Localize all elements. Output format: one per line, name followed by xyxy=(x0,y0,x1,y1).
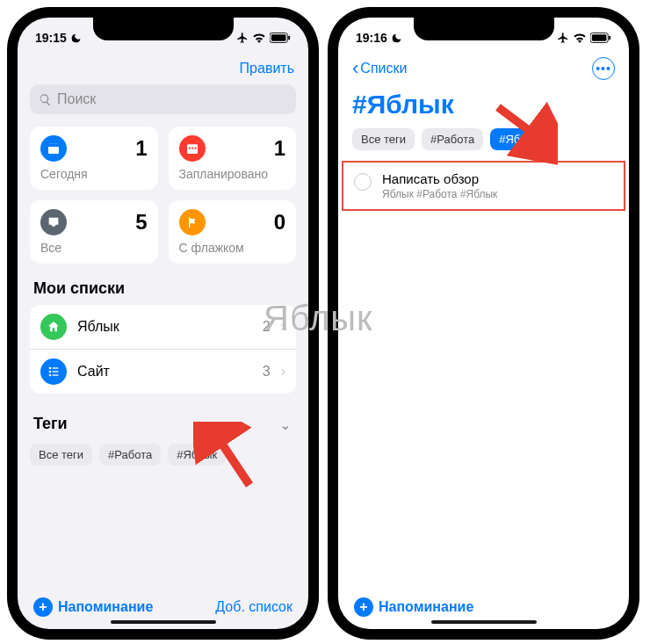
notch xyxy=(414,18,554,40)
svg-point-11 xyxy=(49,371,52,373)
search-input[interactable]: Поиск xyxy=(30,84,296,114)
phone-mockup-left: 19:15 Править Поиск xyxy=(7,7,319,640)
house-icon xyxy=(40,314,67,340)
svg-rect-17 xyxy=(592,34,607,40)
ellipsis-icon: ••• xyxy=(596,62,611,76)
svg-point-13 xyxy=(49,374,52,377)
mylists-title: Мои списки xyxy=(33,279,292,298)
svg-rect-6 xyxy=(189,148,191,149)
svg-rect-12 xyxy=(53,371,59,372)
flag-icon xyxy=(179,209,206,235)
card-today[interactable]: 1 Сегодня xyxy=(30,127,158,190)
card-label: Сегодня xyxy=(40,167,148,181)
list-count: 2 xyxy=(263,319,271,335)
task-checkbox[interactable] xyxy=(354,173,372,191)
task-row[interactable]: Написать обзор Яблык #Работа #Яблык xyxy=(342,161,625,211)
tags-title: Теги xyxy=(33,415,68,433)
add-list-button[interactable]: Доб. список xyxy=(215,599,292,615)
card-label: Все xyxy=(40,241,148,255)
list-row-site[interactable]: Сайт 3 › xyxy=(30,350,296,394)
more-options-button[interactable]: ••• xyxy=(592,57,615,80)
list-bullet-icon xyxy=(40,358,67,385)
tag-chip-all[interactable]: Все теги xyxy=(352,128,415,150)
wifi-icon xyxy=(573,33,587,43)
nav-bar: Править xyxy=(18,53,308,84)
card-label: Запланировано xyxy=(179,167,286,181)
battery-icon xyxy=(270,33,291,43)
battery-icon xyxy=(590,33,611,43)
list-label: Сайт xyxy=(77,364,252,380)
search-placeholder: Поиск xyxy=(57,91,96,107)
inbox-icon xyxy=(40,209,67,235)
list-count: 3 xyxy=(263,364,271,380)
list-label: Яблык xyxy=(77,319,252,335)
edit-button[interactable]: Править xyxy=(240,61,294,76)
status-time: 19:16 xyxy=(356,31,387,45)
card-scheduled[interactable]: 1 Запланировано xyxy=(169,127,297,190)
home-indicator[interactable] xyxy=(431,620,537,624)
tag-chip-all[interactable]: Все теги xyxy=(30,444,92,466)
tag-chip-work[interactable]: #Работа xyxy=(99,444,161,466)
svg-rect-2 xyxy=(288,36,290,40)
task-subtitle: Яблык #Работа #Яблык xyxy=(382,188,497,200)
card-count: 5 xyxy=(135,210,147,235)
svg-rect-7 xyxy=(191,148,193,149)
svg-rect-10 xyxy=(53,367,59,368)
plus-circle-icon: + xyxy=(354,597,373,617)
svg-rect-1 xyxy=(271,34,286,40)
dnd-moon-icon xyxy=(391,33,402,44)
page-title: #Яблык xyxy=(338,84,629,128)
task-title: Написать обзор xyxy=(382,171,497,186)
plus-circle-icon: + xyxy=(33,597,53,617)
tag-chip-work[interactable]: #Работа xyxy=(422,128,483,150)
notch xyxy=(93,18,234,40)
svg-rect-14 xyxy=(53,374,59,375)
new-reminder-label: Напоминание xyxy=(58,599,153,615)
svg-rect-4 xyxy=(48,144,59,147)
card-count: 1 xyxy=(274,136,285,161)
tag-chip-yablyk[interactable]: #Яблык xyxy=(168,444,226,466)
svg-point-9 xyxy=(49,367,52,370)
phone-mockup-right: 19:16 ‹ Списки ••• #Яблык Все теги #Рабо… xyxy=(328,7,639,640)
new-reminder-label: Напоминание xyxy=(379,599,473,615)
calendar-today-icon xyxy=(40,135,67,162)
list-row-yablyk[interactable]: Яблык 2 › xyxy=(30,305,296,350)
chevron-right-icon: › xyxy=(281,364,285,380)
svg-rect-8 xyxy=(194,148,196,149)
airplane-icon xyxy=(236,32,249,44)
card-flagged[interactable]: 0 С флажком xyxy=(169,200,297,264)
home-indicator[interactable] xyxy=(111,620,216,624)
wifi-icon xyxy=(252,33,266,43)
status-time: 19:15 xyxy=(35,31,67,45)
chevron-left-icon: ‹ xyxy=(352,57,358,80)
tag-chip-yablyk[interactable]: #Яблык xyxy=(490,128,548,150)
card-count: 1 xyxy=(135,136,147,161)
calendar-icon xyxy=(179,135,206,162)
new-reminder-button[interactable]: + Напоминание xyxy=(33,597,153,617)
card-all[interactable]: 5 Все xyxy=(30,200,158,264)
airplane-icon xyxy=(557,32,569,44)
dnd-moon-icon xyxy=(70,33,82,44)
search-icon xyxy=(39,93,52,106)
back-label: Списки xyxy=(360,61,407,76)
chevron-down-icon[interactable]: ⌄ xyxy=(279,416,291,433)
chevron-right-icon: › xyxy=(281,319,285,335)
nav-bar: ‹ Списки ••• xyxy=(338,53,629,84)
svg-rect-18 xyxy=(609,36,610,40)
card-label: С флажком xyxy=(179,241,286,255)
new-reminder-button[interactable]: + Напоминание xyxy=(354,597,473,617)
back-button[interactable]: ‹ Списки xyxy=(352,57,407,80)
card-count: 0 xyxy=(274,210,285,235)
